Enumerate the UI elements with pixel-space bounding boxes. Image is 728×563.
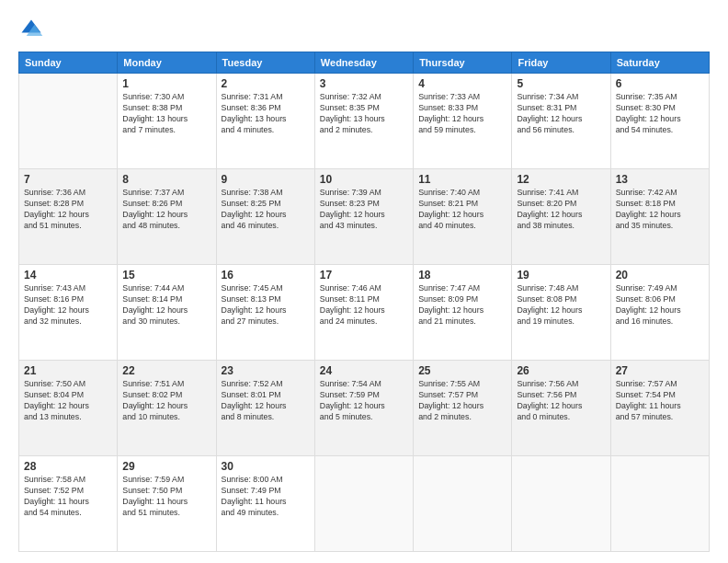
- header: [18, 17, 710, 42]
- day-number: 30: [222, 460, 310, 473]
- table-row: 4Sunrise: 7:33 AMSunset: 8:33 PMDaylight…: [414, 74, 512, 169]
- day-number: 1: [122, 77, 210, 90]
- col-thursday: Thursday: [414, 52, 512, 74]
- day-info: Sunrise: 7:34 AMSunset: 8:31 PMDaylight:…: [517, 92, 605, 136]
- day-info: Sunrise: 7:32 AMSunset: 8:35 PMDaylight:…: [320, 92, 408, 136]
- table-row: [512, 456, 610, 552]
- table-row: 10Sunrise: 7:39 AMSunset: 8:23 PMDayligh…: [314, 169, 413, 265]
- day-info: Sunrise: 7:51 AMSunset: 8:02 PMDaylight:…: [122, 379, 210, 423]
- calendar-week-row: 7Sunrise: 7:36 AMSunset: 8:28 PMDaylight…: [19, 169, 710, 265]
- table-row: 7Sunrise: 7:36 AMSunset: 8:28 PMDaylight…: [19, 169, 118, 265]
- calendar-week-row: 21Sunrise: 7:50 AMSunset: 8:04 PMDayligh…: [19, 361, 710, 456]
- table-row: 13Sunrise: 7:42 AMSunset: 8:18 PMDayligh…: [610, 169, 709, 265]
- table-row: [314, 456, 413, 552]
- table-row: 21Sunrise: 7:50 AMSunset: 8:04 PMDayligh…: [19, 361, 118, 456]
- day-info: Sunrise: 7:49 AMSunset: 8:06 PMDaylight:…: [616, 283, 704, 327]
- table-row: 19Sunrise: 7:48 AMSunset: 8:08 PMDayligh…: [512, 265, 610, 361]
- day-number: 26: [517, 364, 605, 377]
- table-row: 20Sunrise: 7:49 AMSunset: 8:06 PMDayligh…: [610, 265, 709, 361]
- table-row: 26Sunrise: 7:56 AMSunset: 7:56 PMDayligh…: [512, 361, 610, 456]
- col-friday: Friday: [512, 52, 610, 74]
- day-number: 2: [222, 77, 310, 90]
- col-sunday: Sunday: [19, 52, 118, 74]
- day-number: 27: [616, 364, 704, 377]
- day-number: 28: [24, 460, 112, 473]
- day-number: 11: [418, 173, 506, 186]
- page: Sunday Monday Tuesday Wednesday Thursday…: [0, 0, 728, 563]
- day-info: Sunrise: 7:46 AMSunset: 8:11 PMDaylight:…: [320, 283, 408, 327]
- calendar-week-row: 14Sunrise: 7:43 AMSunset: 8:16 PMDayligh…: [19, 265, 710, 361]
- day-info: Sunrise: 7:58 AMSunset: 7:52 PMDaylight:…: [24, 475, 112, 519]
- table-row: 24Sunrise: 7:54 AMSunset: 7:59 PMDayligh…: [314, 361, 413, 456]
- day-info: Sunrise: 7:40 AMSunset: 8:21 PMDaylight:…: [418, 188, 506, 232]
- table-row: 18Sunrise: 7:47 AMSunset: 8:09 PMDayligh…: [414, 265, 512, 361]
- day-info: Sunrise: 7:38 AMSunset: 8:25 PMDaylight:…: [222, 188, 310, 232]
- day-number: 17: [320, 269, 408, 282]
- day-number: 18: [418, 269, 506, 282]
- table-row: 16Sunrise: 7:45 AMSunset: 8:13 PMDayligh…: [216, 265, 314, 361]
- calendar-table: Sunday Monday Tuesday Wednesday Thursday…: [18, 52, 710, 552]
- col-monday: Monday: [118, 52, 216, 74]
- table-row: 25Sunrise: 7:55 AMSunset: 7:57 PMDayligh…: [414, 361, 512, 456]
- day-info: Sunrise: 7:59 AMSunset: 7:50 PMDaylight:…: [122, 475, 210, 519]
- logo: [18, 17, 48, 42]
- table-row: 29Sunrise: 7:59 AMSunset: 7:50 PMDayligh…: [118, 456, 216, 552]
- col-tuesday: Tuesday: [216, 52, 314, 74]
- col-saturday: Saturday: [610, 52, 709, 74]
- day-info: Sunrise: 7:41 AMSunset: 8:20 PMDaylight:…: [517, 188, 605, 232]
- day-number: 5: [517, 77, 605, 90]
- table-row: 15Sunrise: 7:44 AMSunset: 8:14 PMDayligh…: [118, 265, 216, 361]
- day-number: 3: [320, 77, 408, 90]
- table-row: 27Sunrise: 7:57 AMSunset: 7:54 PMDayligh…: [610, 361, 709, 456]
- day-info: Sunrise: 8:00 AMSunset: 7:49 PMDaylight:…: [222, 475, 310, 519]
- day-number: 15: [122, 269, 210, 282]
- table-row: 17Sunrise: 7:46 AMSunset: 8:11 PMDayligh…: [314, 265, 413, 361]
- logo-icon: [18, 17, 44, 42]
- day-number: 14: [24, 269, 112, 282]
- table-row: 12Sunrise: 7:41 AMSunset: 8:20 PMDayligh…: [512, 169, 610, 265]
- table-row: 28Sunrise: 7:58 AMSunset: 7:52 PMDayligh…: [19, 456, 118, 552]
- day-info: Sunrise: 7:56 AMSunset: 7:56 PMDaylight:…: [517, 379, 605, 423]
- table-row: [610, 456, 709, 552]
- day-info: Sunrise: 7:37 AMSunset: 8:26 PMDaylight:…: [122, 188, 210, 232]
- day-info: Sunrise: 7:35 AMSunset: 8:30 PMDaylight:…: [616, 92, 704, 136]
- table-row: 3Sunrise: 7:32 AMSunset: 8:35 PMDaylight…: [314, 74, 413, 169]
- day-info: Sunrise: 7:55 AMSunset: 7:57 PMDaylight:…: [418, 379, 506, 423]
- day-number: 16: [222, 269, 310, 282]
- day-number: 7: [24, 173, 112, 186]
- day-number: 6: [616, 77, 704, 90]
- day-info: Sunrise: 7:42 AMSunset: 8:18 PMDaylight:…: [616, 188, 704, 232]
- table-row: 23Sunrise: 7:52 AMSunset: 8:01 PMDayligh…: [216, 361, 314, 456]
- table-row: 30Sunrise: 8:00 AMSunset: 7:49 PMDayligh…: [216, 456, 314, 552]
- day-number: 4: [418, 77, 506, 90]
- table-row: 8Sunrise: 7:37 AMSunset: 8:26 PMDaylight…: [118, 169, 216, 265]
- table-row: [414, 456, 512, 552]
- day-info: Sunrise: 7:50 AMSunset: 8:04 PMDaylight:…: [24, 379, 112, 423]
- day-number: 25: [418, 364, 506, 377]
- day-info: Sunrise: 7:54 AMSunset: 7:59 PMDaylight:…: [320, 379, 408, 423]
- table-row: 22Sunrise: 7:51 AMSunset: 8:02 PMDayligh…: [118, 361, 216, 456]
- day-number: 12: [517, 173, 605, 186]
- table-row: 11Sunrise: 7:40 AMSunset: 8:21 PMDayligh…: [414, 169, 512, 265]
- day-info: Sunrise: 7:57 AMSunset: 7:54 PMDaylight:…: [616, 379, 704, 423]
- day-info: Sunrise: 7:47 AMSunset: 8:09 PMDaylight:…: [418, 283, 506, 327]
- day-info: Sunrise: 7:30 AMSunset: 8:38 PMDaylight:…: [122, 92, 210, 136]
- table-row: 2Sunrise: 7:31 AMSunset: 8:36 PMDaylight…: [216, 74, 314, 169]
- table-row: 6Sunrise: 7:35 AMSunset: 8:30 PMDaylight…: [610, 74, 709, 169]
- day-info: Sunrise: 7:45 AMSunset: 8:13 PMDaylight:…: [222, 283, 310, 327]
- day-number: 19: [517, 269, 605, 282]
- col-wednesday: Wednesday: [314, 52, 413, 74]
- day-info: Sunrise: 7:52 AMSunset: 8:01 PMDaylight:…: [222, 379, 310, 423]
- table-row: 9Sunrise: 7:38 AMSunset: 8:25 PMDaylight…: [216, 169, 314, 265]
- day-info: Sunrise: 7:44 AMSunset: 8:14 PMDaylight:…: [122, 283, 210, 327]
- calendar-week-row: 1Sunrise: 7:30 AMSunset: 8:38 PMDaylight…: [19, 74, 710, 169]
- day-number: 29: [122, 460, 210, 473]
- day-number: 13: [616, 173, 704, 186]
- day-number: 24: [320, 364, 408, 377]
- calendar-week-row: 28Sunrise: 7:58 AMSunset: 7:52 PMDayligh…: [19, 456, 710, 552]
- day-info: Sunrise: 7:48 AMSunset: 8:08 PMDaylight:…: [517, 283, 605, 327]
- day-info: Sunrise: 7:36 AMSunset: 8:28 PMDaylight:…: [24, 188, 112, 232]
- day-info: Sunrise: 7:33 AMSunset: 8:33 PMDaylight:…: [418, 92, 506, 136]
- day-number: 9: [222, 173, 310, 186]
- day-info: Sunrise: 7:31 AMSunset: 8:36 PMDaylight:…: [222, 92, 310, 136]
